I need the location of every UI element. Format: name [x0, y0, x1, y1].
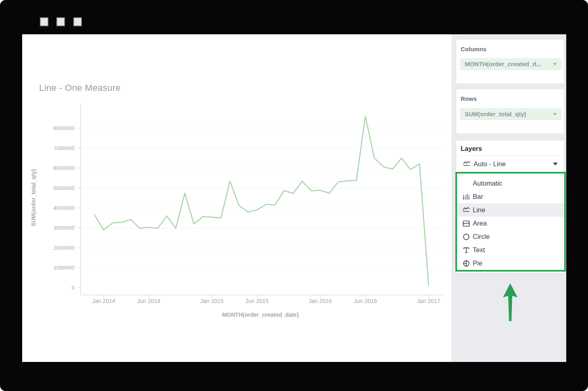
columns-pill-label: MONTH(order_created_d...	[465, 61, 541, 67]
y-tick-label: 3000000	[53, 225, 75, 231]
bar-chart-icon	[462, 193, 470, 201]
x-axis-title: MONTH(order_created_date)	[222, 312, 299, 318]
x-tick-label: Jan 2016	[309, 298, 332, 304]
menu-item-bar[interactable]: Bar	[457, 190, 564, 203]
x-tick-label: Jan 2015	[200, 298, 224, 304]
chevron-down-icon[interactable]	[553, 63, 557, 65]
x-tick-label: Jun 2016	[354, 298, 377, 304]
window-control-3[interactable]	[73, 17, 82, 26]
y-tick-label: 8000000	[53, 125, 75, 131]
layer-type-dropdown[interactable]: Auto - Line	[456, 156, 564, 172]
text-chart-icon	[462, 246, 470, 254]
chevron-down-icon[interactable]	[553, 113, 557, 115]
window-control-2[interactable]	[56, 17, 65, 26]
y-tick-label: 1000000	[53, 265, 75, 271]
x-tick-label: Jun 2014	[137, 298, 160, 304]
circle-chart-icon	[462, 233, 470, 241]
menu-item-line[interactable]: Line	[457, 203, 564, 217]
menu-item-automatic[interactable]: Automatic	[457, 177, 564, 190]
x-tick-label: Jan 2014	[92, 298, 115, 304]
app-window: Line - One Measure 010000002000000300000…	[0, 0, 588, 391]
columns-field-pill[interactable]: MONTH(order_created_d...	[460, 58, 561, 70]
y-tick-label: 2000000	[53, 245, 75, 251]
y-axis-title: SUM(order_total_qty)	[30, 169, 37, 226]
window-control-1[interactable]	[40, 17, 48, 26]
layer-type-selected-label: Auto - Line	[474, 160, 506, 168]
y-tick-label: 4000000	[53, 205, 75, 211]
chart-canvas: Line - One Measure 010000002000000300000…	[22, 34, 451, 362]
x-tick-label: Jun 2015	[245, 298, 269, 304]
layers-header: Layers	[461, 145, 482, 153]
line-chart-icon	[463, 160, 471, 168]
line-chart-icon	[462, 206, 470, 214]
config-panel: Columns MONTH(order_created_d... Rows SU…	[451, 34, 566, 362]
x-tick-label: Jan 2017	[417, 298, 440, 304]
screenshot-root: Line - One Measure 010000002000000300000…	[0, 0, 588, 391]
layer-type-menu: Automatic Bar	[455, 172, 566, 272]
rows-header: Rows	[461, 95, 477, 102]
menu-item-circle[interactable]: Circle	[457, 230, 564, 243]
rows-card: Rows SUM(order_total_qty)	[456, 89, 564, 134]
y-tick-label: 7000000	[53, 145, 75, 151]
rows-pill-label: SUM(order_total_qty)	[465, 111, 526, 117]
area-chart-icon	[462, 220, 470, 228]
columns-card: Columns MONTH(order_created_d...	[456, 39, 564, 84]
menu-item-area[interactable]: Area	[457, 217, 564, 230]
y-tick-label: 0	[71, 285, 75, 291]
y-tick-label: 6000000	[53, 165, 75, 171]
menu-item-pie[interactable]: Pie	[457, 257, 564, 270]
chevron-down-icon[interactable]	[553, 163, 558, 165]
up-arrow-annotation-icon	[502, 283, 518, 321]
rows-field-pill[interactable]: SUM(order_total_qty)	[460, 108, 561, 120]
menu-item-text[interactable]: Text	[457, 243, 564, 257]
data-series-line[interactable]	[95, 116, 429, 285]
pie-chart-icon	[462, 259, 470, 268]
y-tick-label: 5000000	[53, 185, 75, 191]
columns-header: Columns	[461, 46, 486, 52]
line-chart: 0100000020000003000000400000050000006000…	[22, 34, 451, 362]
